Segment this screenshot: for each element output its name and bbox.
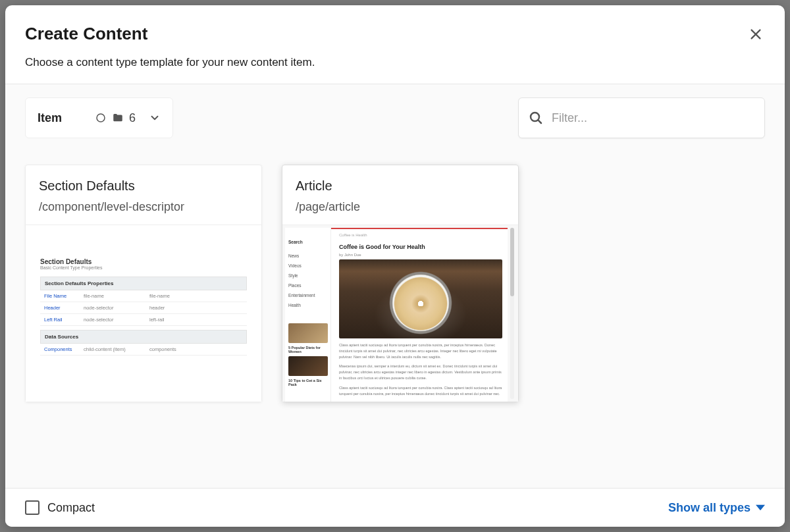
filter-input[interactable] xyxy=(552,111,755,125)
card-title: Section Defaults xyxy=(39,178,248,194)
modal-footer: Compact Show all types xyxy=(5,488,785,527)
card-header: Article /page/article xyxy=(282,165,518,225)
checkbox-icon xyxy=(25,500,40,515)
article-preview-sidebar: Search News Videos Style Places Entertai… xyxy=(285,228,331,402)
show-all-types-label: Show all types xyxy=(668,501,750,515)
article-hero-image xyxy=(339,259,502,338)
item-selector-count: 6 xyxy=(129,111,136,125)
compact-toggle[interactable]: Compact xyxy=(25,500,95,515)
close-button[interactable] xyxy=(747,25,765,43)
item-selector-label: Item xyxy=(38,111,62,125)
show-all-types-button[interactable]: Show all types xyxy=(668,501,765,515)
chevron-down-icon xyxy=(149,112,161,124)
svg-point-2 xyxy=(97,114,105,122)
article-preview-main: Coffee is Health Coffee is Good for Your… xyxy=(331,228,508,402)
template-card-section-defaults[interactable]: Section Defaults /component/level-descri… xyxy=(25,165,262,402)
card-title: Article xyxy=(296,178,505,194)
compact-label: Compact xyxy=(47,501,95,515)
item-selector-meta: 6 xyxy=(95,111,161,125)
card-path: /page/article xyxy=(296,200,505,214)
create-content-modal: Create Content Choose a content type tem… xyxy=(5,5,785,527)
svg-line-4 xyxy=(538,120,541,123)
modal-title: Create Content xyxy=(25,24,765,44)
triangle-down-icon xyxy=(756,503,765,512)
modal-subtitle: Choose a content type template for your … xyxy=(25,56,765,69)
card-preview: Search News Videos Style Places Entertai… xyxy=(282,225,518,402)
svg-marker-5 xyxy=(756,505,765,510)
template-card-article[interactable]: Article /page/article Search News Videos… xyxy=(282,165,519,402)
close-icon xyxy=(749,27,763,41)
card-path: /component/level-descriptor xyxy=(39,200,248,214)
preview-scrollbar xyxy=(510,228,514,399)
card-preview: Section Defaults Basic Content Type Prop… xyxy=(26,225,261,402)
modal-header: Create Content Choose a content type tem… xyxy=(5,5,785,84)
template-cards: Section Defaults /component/level-descri… xyxy=(25,165,765,402)
circle-icon xyxy=(95,112,107,124)
modal-body: Item 6 Section Defau xyxy=(5,84,785,488)
search-icon xyxy=(528,110,544,126)
item-selector-dropdown[interactable]: Item 6 xyxy=(25,97,173,138)
filter-field[interactable] xyxy=(518,97,765,138)
card-header: Section Defaults /component/level-descri… xyxy=(26,165,261,225)
controls-row: Item 6 xyxy=(25,97,765,138)
article-preview: Search News Videos Style Places Entertai… xyxy=(282,225,518,402)
section-defaults-preview: Section Defaults Basic Content Type Prop… xyxy=(26,225,261,362)
folder-icon xyxy=(112,112,124,124)
